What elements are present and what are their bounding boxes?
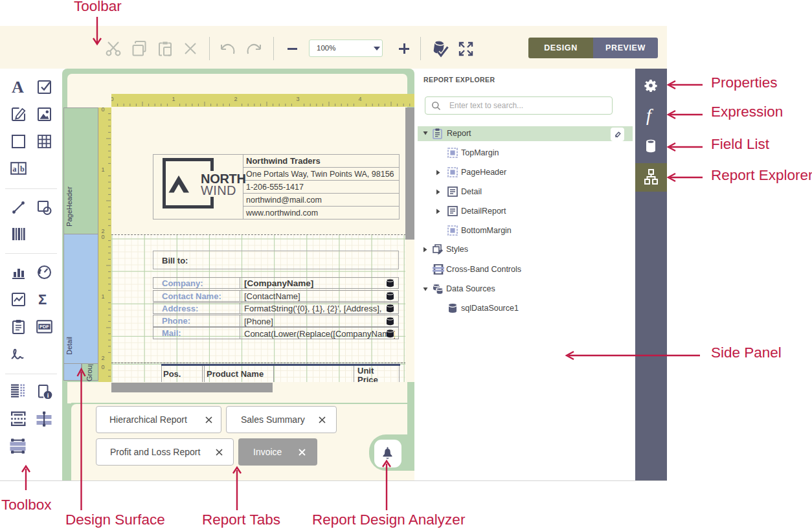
svg-text:a: a xyxy=(13,164,17,174)
svg-text:0: 0 xyxy=(101,364,104,370)
svg-text:0: 0 xyxy=(101,107,104,113)
svg-text:PDF: PDF xyxy=(39,324,49,330)
svg-text:4: 4 xyxy=(358,96,361,102)
svg-text:2: 2 xyxy=(101,355,104,361)
svg-text:3: 3 xyxy=(296,96,299,102)
svg-text:1: 1 xyxy=(101,293,104,300)
svg-text:0: 0 xyxy=(111,96,114,102)
svg-text:2: 2 xyxy=(234,96,237,102)
svg-text:1: 1 xyxy=(172,96,175,102)
svg-text:i: i xyxy=(47,392,49,399)
svg-text:1: 1 xyxy=(101,166,104,173)
svg-text:b: b xyxy=(20,164,25,174)
svg-text:0: 0 xyxy=(101,234,104,240)
